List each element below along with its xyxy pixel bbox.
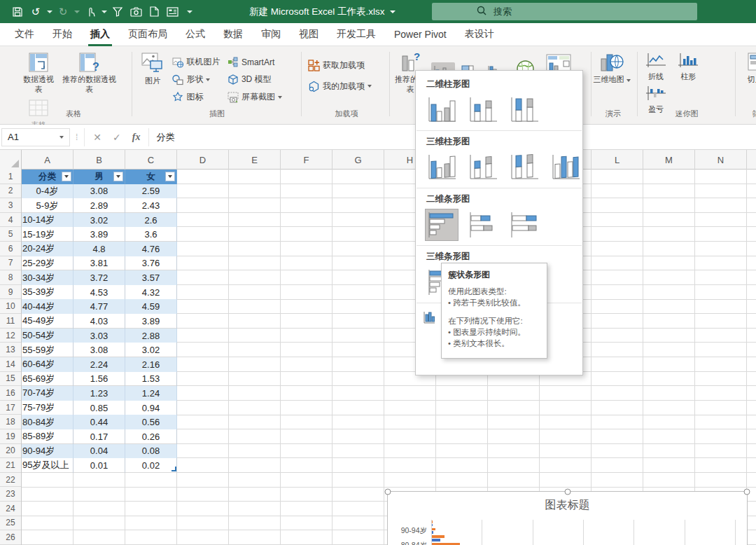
row-header-24[interactable]: 24 [0,502,21,516]
row-header-9[interactable]: 9 [0,285,21,300]
table-cell[interactable]: 3.72 [74,270,125,285]
picture-button[interactable]: 图片 [136,49,169,86]
table-cell[interactable]: 4.77 [74,299,125,314]
table-cell[interactable]: 0.44 [74,415,125,429]
row-header-23[interactable]: 23 [0,487,21,502]
table-cell[interactable]: 3.03 [74,329,125,343]
new-document-icon[interactable] [146,4,162,20]
table-cell[interactable]: 45-49岁 [22,314,74,329]
filter-dropdown-icon[interactable] [62,172,71,181]
table-header-cell[interactable]: 女 [125,170,177,184]
table-cell[interactable]: 2.59 [125,184,177,199]
tab-开发工具[interactable]: 开发工具 [328,23,385,46]
row-header-1[interactable]: 1 [0,170,21,184]
table-cell[interactable]: 4.32 [125,285,177,300]
tab-公式[interactable]: 公式 [176,23,214,46]
table-cell[interactable]: 3.02 [74,213,125,228]
table-cell[interactable]: 50-54岁 [22,329,74,343]
insert-function-icon[interactable]: fx [132,132,141,143]
filter-dropdown-icon[interactable] [165,172,175,181]
row-header-14[interactable]: 14 [0,357,21,372]
column-header-O[interactable]: O [747,150,756,170]
chart-type-stacked-bar-100[interactable] [507,209,541,241]
row-header-17[interactable]: 17 [0,401,21,415]
table-cell[interactable]: 4.03 [74,314,125,329]
tab-审阅[interactable]: 审阅 [252,23,290,46]
row-header-22[interactable]: 22 [0,473,21,488]
file-title-caret-icon[interactable] [390,11,396,13]
tab-文件[interactable]: 文件 [6,23,43,46]
row-header-15[interactable]: 15 [0,372,21,387]
chart-selection-handle[interactable] [564,489,570,495]
column-header-G[interactable]: G [332,150,384,170]
table-cell[interactable]: 4.8 [74,242,125,256]
chart-title[interactable]: 图表标题 [388,498,747,513]
undo-caret-icon[interactable] [47,11,52,13]
chart-selection-handle[interactable] [744,489,750,495]
shapes-button[interactable]: 形状 [172,71,220,88]
smartart-button[interactable]: SmartArt [227,53,282,71]
tab-插入[interactable]: 插入 [81,23,119,46]
table-cell[interactable]: 1.56 [74,372,125,387]
table-cell[interactable]: 30-34岁 [22,270,74,285]
table-cell[interactable]: 0.02 [125,458,177,473]
table-header-cell[interactable]: 男 [74,170,125,184]
table-cell[interactable]: 4.53 [74,285,125,300]
camera-icon[interactable] [128,4,144,20]
column-header-E[interactable]: E [229,150,281,170]
table-cell[interactable]: 0.94 [125,401,177,415]
table-cell[interactable]: 2.6 [125,213,177,228]
screenshot-button[interactable]: 屏幕截图 [227,88,282,106]
chart-type-clustered-column-3d[interactable] [425,151,458,184]
table-cell[interactable]: 0.08 [125,444,177,459]
chart-type-stacked-column-100[interactable] [507,94,541,126]
customize-toolbar-icon[interactable] [187,11,192,13]
row-header-21[interactable]: 21 [0,458,21,473]
column-header-M[interactable]: M [643,150,695,170]
table-resize-handle[interactable] [172,467,176,471]
touch-mode-caret-icon[interactable] [102,11,107,13]
tab-页面布局[interactable]: 页面布局 [119,23,176,46]
table-cell[interactable]: 5-9岁 [22,198,74,213]
3d-map-button[interactable]: 三维地图 [592,49,631,85]
get-addins-button[interactable]: 获取加载项 [308,55,372,76]
table-cell[interactable]: 95岁及以上 [22,458,74,473]
table-cell[interactable]: 3.81 [74,256,125,271]
chart-type-column-3d[interactable] [549,151,582,184]
row-header-13[interactable]: 13 [0,343,21,357]
table-cell[interactable]: 3.89 [125,314,177,329]
table-cell[interactable]: 20-24岁 [22,242,74,256]
table-cell[interactable]: 55-59岁 [22,343,74,357]
row-header-19[interactable]: 19 [0,429,21,444]
table-cell[interactable]: 85-89岁 [22,429,74,444]
column-header-L[interactable]: L [592,150,643,170]
column-header-D[interactable]: D [177,150,229,170]
chart-type-clustered-bar[interactable] [425,209,458,241]
sparkline-line-button[interactable]: 折线 [641,49,671,82]
filter-icon[interactable] [110,4,125,20]
select-all-corner[interactable] [0,150,22,170]
table-cell[interactable]: 3.08 [74,184,125,199]
table-cell[interactable]: 1.24 [125,386,177,401]
name-box[interactable]: A1 [1,128,70,146]
row-header-18[interactable]: 18 [0,415,21,429]
table-cell[interactable]: 1.23 [74,386,125,401]
table-cell[interactable]: 3.89 [74,227,125,242]
table-cell[interactable]: 1.53 [125,372,177,387]
table-cell[interactable]: 35-39岁 [22,285,74,300]
row-header-5[interactable]: 5 [0,227,21,242]
table-cell[interactable]: 0-4岁 [22,184,74,199]
pivot-table-button[interactable]: 数据透视表 [18,49,59,95]
column-header-A[interactable]: A [22,150,74,170]
touch-mode-icon[interactable] [83,4,98,20]
row-header-11[interactable]: 11 [0,314,21,329]
tab-数据[interactable]: 数据 [214,23,252,46]
chart-type-stacked-column-3d[interactable] [466,151,500,184]
confirm-entry-icon[interactable]: ✓ [113,132,121,143]
row-header-12[interactable]: 12 [0,329,21,343]
row-header-16[interactable]: 16 [0,386,21,401]
sparkline-column-button[interactable]: 柱形 [673,49,703,82]
table-cell[interactable]: 70-74岁 [22,386,74,401]
search-input[interactable]: 搜索 [432,3,697,20]
row-header-26[interactable]: 26 [0,530,21,545]
